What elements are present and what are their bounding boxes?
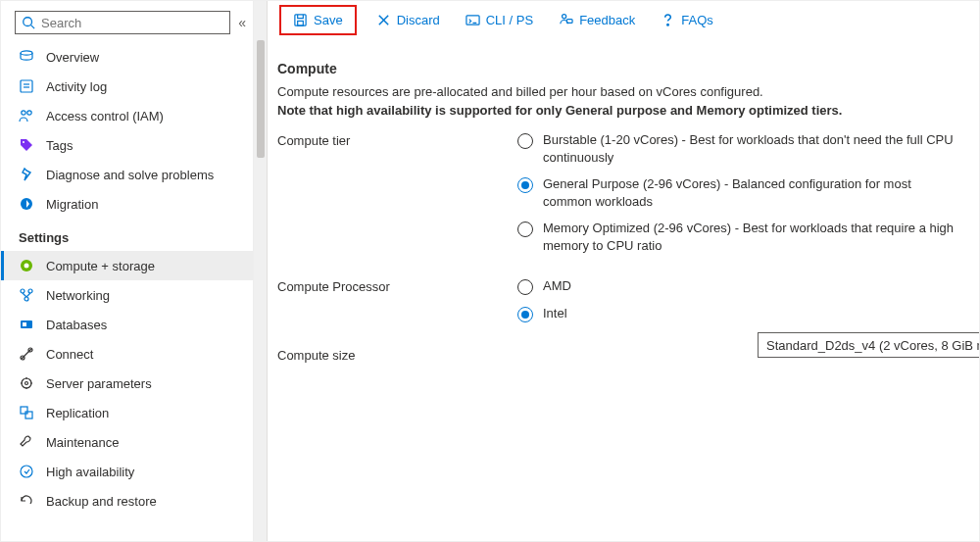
sidebar-scrollbar[interactable]: [254, 1, 268, 541]
backup-restore-icon: [19, 493, 34, 509]
processor-option-intel[interactable]: Intel: [517, 305, 980, 322]
sidebar-item-label: Server parameters: [46, 376, 152, 391]
diagnose-icon: [19, 167, 34, 182]
sidebar-item-migration[interactable]: Migration: [1, 189, 253, 219]
sidebar-item-tags[interactable]: Tags: [1, 130, 253, 160]
processor-option-label: Intel: [543, 305, 567, 322]
sidebar-item-label: Activity log: [46, 79, 107, 94]
cli-button[interactable]: CLI / PS: [460, 9, 539, 31]
sidebar-item-databases[interactable]: Databases: [1, 310, 253, 339]
discard-icon: [376, 13, 391, 27]
sidebar-item-access-control[interactable]: Access control (IAM): [1, 101, 253, 130]
tier-option-general-purpose[interactable]: General Purpose (2-96 vCores) - Balanced…: [517, 175, 980, 210]
replication-icon: [19, 405, 34, 420]
content: Compute Compute resources are pre-alloca…: [268, 39, 980, 541]
save-label: Save: [314, 13, 343, 27]
sidebar-item-label: Backup and restore: [46, 494, 157, 509]
search-box[interactable]: [15, 11, 230, 34]
search-input[interactable]: [35, 15, 223, 31]
sidebar-item-label: Replication: [46, 406, 109, 420]
faqs-icon: [661, 13, 675, 27]
collapse-sidebar-icon[interactable]: «: [238, 15, 241, 30]
search-row: «: [1, 1, 253, 42]
svg-point-19: [22, 378, 31, 388]
processor-option-amd[interactable]: AMD: [517, 277, 980, 295]
discard-button[interactable]: Discard: [370, 9, 446, 31]
sidebar-item-label: Networking: [46, 288, 110, 303]
sidebar-item-diagnose[interactable]: Diagnose and solve problems: [1, 160, 253, 189]
save-button[interactable]: Save: [287, 9, 349, 31]
svg-point-11: [24, 264, 29, 269]
tier-option-label: Memory Optimized (2-96 vCores) - Best fo…: [543, 220, 955, 254]
sidebar-item-backup-restore[interactable]: Backup and restore: [1, 486, 253, 516]
feedback-button[interactable]: Feedback: [553, 9, 641, 31]
iam-icon: [19, 108, 34, 123]
tier-option-label: Burstable (1-20 vCores) - Best for workl…: [543, 131, 955, 166]
svg-point-30: [667, 24, 669, 25]
sidebar-item-networking[interactable]: Networking: [1, 280, 253, 310]
compute-tier-label: Compute tier: [277, 131, 517, 148]
tags-icon: [19, 137, 34, 153]
compute-desc1: Compute resources are pre-allocated and …: [277, 84, 980, 99]
compute-size-value: Standard_D2ds_v4 (2 vCores, 8 GiB memory…: [766, 338, 980, 353]
networking-icon: [19, 287, 34, 303]
tier-option-memory-optimized[interactable]: Memory Optimized (2-96 vCores) - Best fo…: [517, 220, 980, 254]
compute-size-label2: [517, 332, 758, 334]
svg-point-20: [25, 382, 28, 385]
scrollbar-thumb[interactable]: [257, 40, 265, 158]
sidebar-item-label: Diagnose and solve problems: [46, 168, 214, 182]
sidebar-item-label: High availability: [46, 465, 134, 479]
sidebar-item-connect[interactable]: Connect: [1, 339, 253, 369]
faqs-button[interactable]: FAQs: [655, 9, 719, 31]
svg-rect-3: [21, 80, 32, 92]
processor-option-label: AMD: [543, 277, 571, 295]
compute-size-row: Compute size Standard_D2ds_v4 (2 vCores,…: [277, 346, 980, 541]
compute-size-dropdown[interactable]: Standard_D2ds_v4 (2 vCores, 8 GiB memory…: [758, 332, 980, 358]
sidebar-item-overview[interactable]: Overview: [1, 42, 253, 72]
tier-option-burstable[interactable]: Burstable (1-20 vCores) - Best for workl…: [517, 131, 980, 166]
radio-icon: [517, 177, 533, 193]
svg-point-14: [24, 297, 28, 301]
cli-label: CLI / PS: [486, 13, 533, 27]
save-icon: [293, 13, 308, 27]
svg-point-12: [21, 289, 24, 293]
sidebar-item-replication[interactable]: Replication: [1, 398, 253, 427]
svg-rect-21: [21, 407, 27, 414]
svg-line-1: [31, 25, 35, 29]
save-highlight: Save: [279, 5, 357, 35]
sidebar-item-label: Databases: [46, 318, 107, 332]
tier-option-label: General Purpose (2-96 vCores) - Balanced…: [543, 175, 955, 210]
sidebar-item-label: Connect: [46, 347, 93, 362]
svg-point-2: [21, 51, 32, 55]
sidebar-item-activity-log[interactable]: Activity log: [1, 72, 253, 101]
radio-icon: [517, 279, 533, 295]
sidebar-item-label: Access control (IAM): [46, 109, 164, 123]
svg-rect-24: [298, 21, 304, 25]
connect-icon: [19, 346, 34, 362]
maintenance-icon: [19, 434, 34, 450]
sidebar-item-label: Migration: [46, 197, 98, 212]
svg-rect-23: [295, 15, 306, 25]
sidebar-item-label: Tags: [46, 138, 73, 153]
radio-icon: [517, 307, 533, 322]
compute-processor-row: Compute Processor AMD Intel: [277, 277, 980, 332]
sidebar-item-compute-storage[interactable]: Compute + storage: [1, 251, 253, 280]
sidebar: « Overview Activity log Access control (…: [1, 1, 254, 541]
compute-tier-row: Compute tier Burstable (1-20 vCores) - B…: [277, 131, 980, 264]
sidebar-item-maintenance[interactable]: Maintenance: [1, 427, 253, 457]
sidebar-item-label: Compute + storage: [46, 259, 155, 273]
databases-icon: [19, 317, 34, 332]
feedback-label: Feedback: [579, 13, 635, 27]
radio-icon: [517, 222, 533, 237]
activity-log-icon: [19, 78, 34, 94]
sidebar-item-high-availability[interactable]: High availability: [1, 457, 253, 486]
compute-size-label: Compute size: [277, 346, 517, 363]
app-root: « Overview Activity log Access control (…: [0, 0, 980, 542]
faqs-label: FAQs: [681, 13, 713, 27]
svg-point-0: [24, 18, 32, 26]
compute-processor-label: Compute Processor: [277, 277, 517, 294]
sidebar-item-label: Overview: [46, 50, 99, 65]
sidebar-item-server-parameters[interactable]: Server parameters: [1, 369, 253, 398]
discard-label: Discard: [397, 13, 440, 27]
sidebar-item-label: Maintenance: [46, 435, 119, 450]
